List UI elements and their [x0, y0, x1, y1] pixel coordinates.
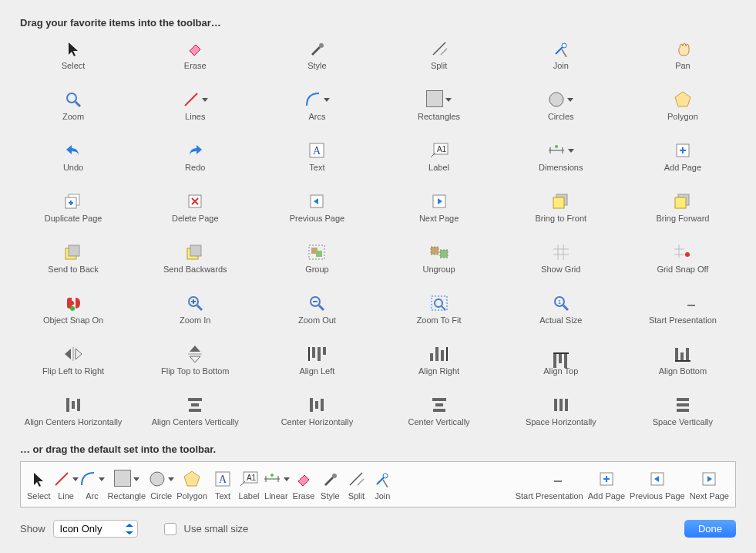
palette-item-align-centers-vertically[interactable]: Align Centers Vertically — [134, 393, 256, 428]
palette-item-label: Group — [305, 265, 329, 274]
toolbar-item-label: Linear — [264, 491, 288, 501]
palette-item-send-backwards[interactable]: Send Backwards — [134, 240, 256, 285]
palette-item-select[interactable]: Select — [12, 36, 134, 81]
svg-text:A1: A1 — [247, 474, 257, 482]
toolbar-item-previous-page[interactable]: Previous Page — [630, 468, 685, 501]
customize-toolbar-window: { "header_text": "Drag your favorite ite… — [0, 0, 756, 553]
palette-item-bring-to-front[interactable]: Bring to Front — [500, 189, 622, 234]
svg-rect-17 — [553, 197, 564, 208]
toolbar-item-add-page[interactable]: Add Page — [588, 468, 625, 501]
palette-item-zoom[interactable]: Zoom — [12, 87, 134, 132]
dimensions-icon — [265, 468, 287, 490]
erase-icon — [293, 468, 314, 490]
palette-item-join[interactable]: Join — [500, 36, 622, 81]
svg-text:1: 1 — [558, 299, 561, 305]
palette-item-space-horizontally[interactable]: Space Horizontally — [500, 393, 622, 428]
toolbar-item-rectangles[interactable]: Rectangle — [108, 468, 146, 501]
palette-item-zoom-out[interactable]: Zoom Out — [256, 291, 378, 336]
palette-item-flip-left-to-right[interactable]: Flip Left to Right — [12, 342, 134, 386]
palette-item-zoom-in[interactable]: Zoom In — [134, 291, 256, 336]
toolbar-item-split[interactable]: Split — [345, 468, 367, 501]
toolbar-item-dimensions[interactable]: Linear — [264, 468, 288, 501]
palette-item-add-page[interactable]: Add Page — [622, 138, 744, 183]
palette-item-center-horizontally[interactable]: Center Horizontally — [256, 393, 378, 428]
toolbar-item-lines[interactable]: Line — [55, 468, 77, 501]
palette-item-previous-page[interactable]: Previous Page — [256, 189, 378, 234]
palette-item-label: Delete Page — [172, 214, 219, 223]
palette-item-polygon[interactable]: Polygon — [622, 87, 744, 132]
palette-item-label: Lines — [185, 112, 205, 121]
add-page-icon — [596, 468, 617, 490]
palette-item-redo[interactable]: Redo — [134, 138, 256, 183]
toolbar-item-label: Previous Page — [630, 491, 685, 501]
palette-item-grid-snap-off[interactable]: Grid Snap Off — [622, 240, 744, 285]
toolbar-item-polygon[interactable]: Polygon — [176, 468, 207, 501]
palette-item-start-presentation[interactable]: Start Presentation — [622, 291, 744, 336]
default-toolbar-set[interactable]: SelectLineArcRectangleCirclePolygonAText… — [20, 461, 736, 507]
toolbar-item-circles[interactable]: Circle — [150, 468, 172, 501]
palette-item-style[interactable]: Style — [256, 36, 378, 81]
start-presentation-icon — [539, 468, 560, 490]
toolbar-item-erase[interactable]: Erase — [293, 468, 315, 501]
done-button[interactable]: Done — [684, 520, 736, 538]
palette-item-pan[interactable]: Pan — [622, 36, 744, 81]
palette-item-label: Zoom Out — [298, 315, 336, 325]
toolbar-item-label: Start Presentation — [516, 491, 583, 501]
palette-item-align-left[interactable]: Align Left — [256, 342, 378, 386]
palette-item-flip-top-to-bottom[interactable]: Flip Top to Bottom — [134, 342, 256, 386]
toolbar-item-arcs[interactable]: Arc — [82, 468, 103, 501]
palette-item-lines[interactable]: Lines — [134, 87, 256, 132]
send-backwards-icon — [184, 241, 206, 263]
palette-item-center-vertically[interactable]: Center Vertically — [378, 393, 500, 428]
palette-item-arcs[interactable]: Arcs — [256, 87, 378, 132]
svg-point-30 — [70, 306, 75, 311]
palette-item-dimensions[interactable]: Dimensions — [500, 138, 622, 183]
toolbar-item-label: Join — [375, 491, 390, 501]
palette-item-delete-page[interactable]: Delete Page — [134, 189, 256, 234]
header-text: Drag your favorite items into the toolba… — [20, 17, 756, 29]
palette-item-group[interactable]: Group — [256, 240, 378, 285]
toolbar-item-next-page[interactable]: Next Page — [690, 468, 729, 501]
svg-text:A: A — [313, 145, 321, 157]
palette-item-circles[interactable]: Circles — [500, 87, 622, 132]
palette-item-ungroup[interactable]: Ungroup — [378, 240, 500, 285]
align-right-icon — [428, 343, 450, 365]
palette-item-rectangles[interactable]: Rectangles — [378, 87, 500, 132]
svg-point-2 — [67, 93, 76, 103]
palette-item-label: Zoom — [62, 112, 84, 121]
palette-item-align-top[interactable]: Align Top — [500, 342, 622, 386]
palette-item-next-page[interactable]: Next Page — [378, 189, 500, 234]
next-page-icon — [428, 191, 450, 212]
display-mode-select[interactable]: Icon and TextIcon OnlyText Only — [53, 520, 138, 538]
toolbar-item-start-presentation[interactable]: Start Presentation — [516, 468, 583, 501]
small-size-checkbox[interactable] — [164, 523, 176, 535]
palette-item-object-snap-on[interactable]: Object Snap On — [12, 291, 134, 336]
toolbar-item-label[interactable]: A1Label — [238, 468, 260, 501]
palette-item-label[interactable]: A1Label — [378, 138, 500, 183]
palette-item-split[interactable]: Split — [378, 36, 500, 81]
palette-item-zoom-to-fit[interactable]: Zoom To Fit — [378, 291, 500, 336]
bring-to-front-icon — [550, 191, 572, 212]
palette-item-duplicate-page[interactable]: Duplicate Page — [12, 189, 134, 234]
palette-item-erase[interactable]: Erase — [134, 36, 256, 81]
svg-point-3 — [549, 93, 563, 106]
toolbar-item-text[interactable]: AText — [212, 468, 234, 501]
toolbar-item-style[interactable]: Style — [319, 468, 341, 501]
toolbar-item-join[interactable]: Join — [371, 468, 393, 501]
palette-item-align-centers-horizontally[interactable]: Align Centers Horizontally — [12, 393, 134, 428]
palette-item-actual-size[interactable]: 1Actual Size — [500, 291, 622, 336]
palette-item-undo[interactable]: Undo — [12, 138, 134, 183]
palette-item-align-bottom[interactable]: Align Bottom — [622, 342, 744, 386]
svg-marker-42 — [184, 471, 200, 486]
palette-item-text[interactable]: AText — [256, 138, 378, 183]
svg-point-49 — [383, 474, 388, 478]
palette-item-bring-forward[interactable]: Bring Forward — [622, 189, 744, 234]
grid-snap-off-icon — [672, 241, 694, 263]
toolbar-item-select[interactable]: Select — [27, 468, 51, 501]
palette-item-align-right[interactable]: Align Right — [378, 342, 500, 386]
palette-item-show-grid[interactable]: Show Grid — [500, 240, 622, 285]
palette-item-label: Flip Left to Right — [42, 366, 104, 376]
palette-item-send-to-back[interactable]: Send to Back — [12, 240, 134, 285]
palette-item-space-vertically[interactable]: Space Vertically — [622, 393, 744, 428]
palette-item-label: Zoom To Fit — [417, 315, 462, 325]
